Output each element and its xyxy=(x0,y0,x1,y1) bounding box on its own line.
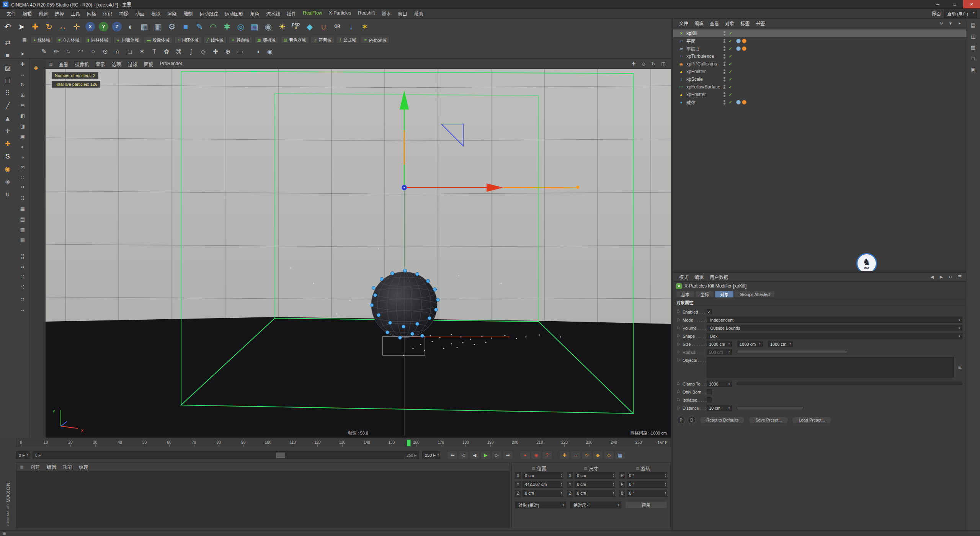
xp-download-icon[interactable]: ↓ xyxy=(344,19,358,34)
key-parameter-button[interactable]: ◆ xyxy=(593,451,603,459)
menu-文件[interactable]: 文件 xyxy=(3,10,19,17)
am-lock-icon[interactable]: ⊙ xyxy=(947,274,954,281)
menu-运动图形[interactable]: 运动图形 xyxy=(221,10,247,17)
power-slider[interactable]: 0 F 250 F xyxy=(33,451,419,459)
snap-dots-mid-icon[interactable]: ⠶ xyxy=(17,261,28,272)
light-icon[interactable]: ☀ xyxy=(275,19,289,34)
menu-网格[interactable]: 网格 xyxy=(83,10,100,17)
om-menu-标签[interactable]: 标签 xyxy=(737,20,753,26)
objects-listbox[interactable] xyxy=(707,357,954,377)
spline-arc-icon[interactable]: ◠ xyxy=(75,46,87,57)
object-row-xpScale[interactable]: ↕xpScale✓ xyxy=(673,75,966,83)
material-grip-icon[interactable]: ▦ xyxy=(19,464,25,470)
end-frame-field[interactable]: 250 F ▴▾ xyxy=(422,451,440,459)
make-editable-icon[interactable]: ⇄ xyxy=(1,36,14,49)
texture-mode-icon[interactable]: ▨ xyxy=(1,62,14,74)
viewport[interactable]: ▦ 查看摄像机显示选项过滤面板ProRender ✚◇↻◫ xyxy=(46,59,671,438)
last-tool-icon[interactable]: ✛ xyxy=(70,19,83,34)
volume-builder-icon[interactable]: ▦ xyxy=(248,19,261,34)
visibility-dots[interactable] xyxy=(722,92,727,97)
om-menu-编辑[interactable]: 编辑 xyxy=(691,20,707,26)
view-pan-icon[interactable]: ✚ xyxy=(630,60,637,67)
field-button-随机域[interactable]: ▦随机域 xyxy=(254,36,278,44)
snap-dots-sparse-icon[interactable]: ⠪ xyxy=(17,282,28,293)
enabled-check[interactable]: ✓ xyxy=(727,92,734,97)
tab-Groups Affected[interactable]: Groups Affected xyxy=(735,291,775,297)
isolated-checkbox[interactable] xyxy=(707,397,712,402)
pen-tool-icon[interactable]: ✎ xyxy=(38,46,50,57)
menu-窗口[interactable]: 窗口 xyxy=(394,10,410,17)
tab-对象[interactable]: 对象 xyxy=(715,291,733,297)
key-rotation-button[interactable]: ↻ xyxy=(581,451,592,459)
magnet-tool-icon[interactable]: ∪ xyxy=(317,19,330,34)
enabled-check[interactable]: ✓ xyxy=(727,46,734,51)
menu-雕刻[interactable]: 雕刻 xyxy=(180,10,196,17)
am-menu-icon[interactable]: ☰ xyxy=(956,274,963,281)
menu-渲染[interactable]: 渲染 xyxy=(164,10,180,17)
anim-dot[interactable] xyxy=(677,382,679,385)
dock-plus-icon[interactable]: ✚ xyxy=(34,65,38,71)
menu-RealFlow[interactable]: RealFlow xyxy=(299,10,325,17)
grid-dense-icon[interactable]: ▩ xyxy=(17,235,28,245)
coord-field-旋转-H[interactable]: 0 °▴▾ xyxy=(627,472,667,479)
anim-dot[interactable] xyxy=(677,391,679,393)
coord-field-位置-X[interactable]: 0 cm▴▾ xyxy=(523,472,563,479)
snap-dots-x-icon[interactable]: ⠭ xyxy=(17,272,28,282)
field-button-球体域[interactable]: ●球体域 xyxy=(30,36,53,44)
object-row-平面[interactable]: ▱平面✓ xyxy=(673,37,966,45)
object-row-xpEmitter[interactable]: ▲xpEmitter✓ xyxy=(673,68,966,75)
goto-start-button[interactable]: ⇤ xyxy=(447,451,457,459)
snap-dots-base-icon[interactable]: ⣀ xyxy=(17,303,28,313)
object-row-球体[interactable]: ●球体✓ xyxy=(673,98,966,106)
view-toggle-icon[interactable]: ◫ xyxy=(660,60,667,67)
radius-field[interactable]: 500 cm▴▾ xyxy=(707,349,732,355)
menu-创建[interactable]: 创建 xyxy=(35,10,51,17)
preset-p-button[interactable]: P xyxy=(677,416,685,424)
am-forward-icon[interactable]: ▶ xyxy=(938,274,945,281)
menu-捕捉[interactable]: 捕捉 xyxy=(116,10,132,17)
psr-badge-icon[interactable]: PSR0 xyxy=(289,19,303,34)
enabled-check[interactable]: ✓ xyxy=(727,85,734,90)
model-mode-icon[interactable]: ■ xyxy=(1,49,14,62)
spline-flower-icon[interactable]: ✿ xyxy=(161,46,172,57)
menu-工具[interactable]: 工具 xyxy=(67,10,83,17)
menu-Redshift[interactable]: Redshift xyxy=(354,10,378,17)
enable-axis-icon[interactable]: ✚ xyxy=(1,137,14,150)
prev-frame-button[interactable]: ◀ xyxy=(469,451,480,459)
field-button-声音域[interactable]: ♫声音域 xyxy=(311,36,335,44)
coord-system-icon[interactable]: ◐ xyxy=(124,19,137,34)
render-settings-icon[interactable]: ⚙ xyxy=(165,19,179,34)
render-view-icon[interactable]: ▦ xyxy=(137,19,151,34)
remove-primitive-icon[interactable]: ⊟ xyxy=(17,100,28,111)
save-preset-button[interactable]: Save Preset... xyxy=(749,417,788,423)
coord-field-旋转-P[interactable]: 0 °▴▾ xyxy=(627,481,667,488)
anim-dot[interactable] xyxy=(677,335,679,337)
field-button-着色器域[interactable]: ▨着色器域 xyxy=(280,36,309,44)
enabled-check[interactable]: ✓ xyxy=(727,31,734,36)
play-button[interactable]: ▶ xyxy=(480,451,491,459)
spline-rectangle-icon[interactable]: □ xyxy=(124,46,136,57)
menu-选择[interactable]: 选择 xyxy=(51,10,67,17)
spline-circle-icon[interactable]: ○ xyxy=(87,46,99,57)
polygons-mode-icon[interactable]: ▲ xyxy=(1,112,14,125)
spline-smooth-icon[interactable]: ≈ xyxy=(63,46,74,57)
primitive-cube-icon[interactable]: ■ xyxy=(179,19,193,34)
mode-dropdown[interactable]: Independent xyxy=(707,317,962,323)
scale-tool-icon[interactable]: ↔ xyxy=(56,19,70,34)
menu-体积[interactable]: 体积 xyxy=(100,10,116,17)
playhead-marker[interactable] xyxy=(407,440,411,446)
coord-mode-dropdown[interactable]: 对象 (相对) xyxy=(515,502,566,508)
viewport-canvas[interactable]: Number of emitters: 2 Total live particl… xyxy=(46,69,671,438)
visibility-dots[interactable] xyxy=(722,77,727,82)
dock-empty-icon[interactable]: □ xyxy=(969,54,977,62)
mirror-tool-icon[interactable]: ↔ xyxy=(17,69,28,80)
visibility-dots[interactable] xyxy=(722,100,727,105)
key-pla-button[interactable]: ◇ xyxy=(604,451,614,459)
size-field-1[interactable]: 1000 cm▴▾ xyxy=(737,341,763,347)
enabled-check[interactable]: ✓ xyxy=(727,54,734,59)
enabled-check[interactable]: ✓ xyxy=(727,62,734,67)
layout-dropdown[interactable]: 启动 (用户) xyxy=(944,10,977,18)
half-b-icon[interactable]: ◑ xyxy=(17,152,28,162)
anim-dot[interactable] xyxy=(677,343,679,345)
clamp-to-field[interactable]: 1000▴▾ xyxy=(707,381,732,387)
